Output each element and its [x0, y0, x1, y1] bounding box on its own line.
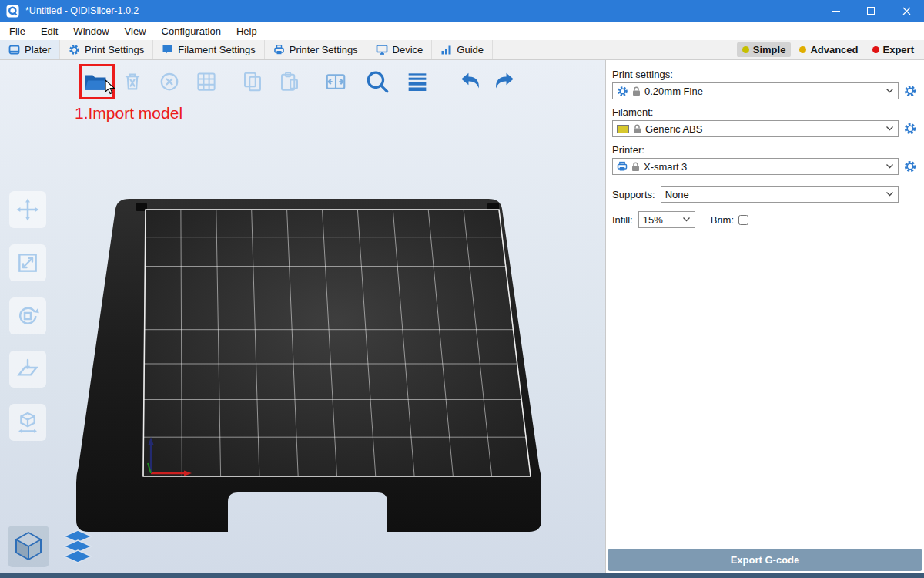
- tab-label: Printer Settings: [290, 44, 358, 55]
- tab-plater[interactable]: Plater: [0, 40, 60, 59]
- print-settings-combo[interactable]: 0.20mm Fine: [612, 82, 899, 99]
- print-settings-gear-button[interactable]: [902, 83, 918, 99]
- filament-gear-button[interactable]: [902, 121, 918, 136]
- lock-icon: [632, 86, 641, 96]
- infill-combo[interactable]: 15%: [638, 211, 695, 228]
- delete-all-icon: [158, 70, 181, 93]
- paste-button[interactable]: [274, 66, 305, 97]
- chevron-down-icon: [886, 89, 893, 93]
- title-bar: *Untitled - QIDISlicer-1.0.2: [0, 0, 924, 22]
- lock-icon: [631, 162, 640, 172]
- tab-guide[interactable]: Guide: [432, 40, 493, 59]
- delete-button[interactable]: [117, 66, 148, 97]
- undo-button[interactable]: [456, 66, 487, 97]
- tab-device[interactable]: Device: [367, 40, 433, 59]
- split-icon: [324, 70, 347, 93]
- copy-button[interactable]: [237, 66, 268, 97]
- split-button[interactable]: [320, 66, 351, 97]
- supports-value: None: [665, 189, 689, 200]
- device-icon: [376, 44, 388, 55]
- place-on-face-tool-button[interactable]: [9, 351, 46, 388]
- menu-bar: File Edit Window View Configuration Help: [0, 22, 924, 40]
- menu-window[interactable]: Window: [65, 22, 116, 40]
- 3d-view-cube-icon: [11, 529, 46, 564]
- view-switcher: [8, 526, 99, 567]
- measure-tool-button[interactable]: [9, 404, 46, 441]
- mode-label: Expert: [883, 44, 914, 55]
- lock-icon: [633, 124, 641, 134]
- tab-printer-settings[interactable]: Printer Settings: [265, 40, 367, 59]
- move-icon: [15, 197, 40, 222]
- arrange-button[interactable]: [191, 66, 222, 97]
- delete-all-button[interactable]: [154, 66, 185, 97]
- settings-panel: Print settings: 0.20mm Fine Filament: Ge…: [605, 60, 924, 573]
- search-icon: [364, 69, 390, 95]
- rotate-icon: [15, 304, 40, 328]
- print-settings-value: 0.20mm Fine: [644, 86, 703, 97]
- rotate-tool-button[interactable]: [9, 297, 46, 334]
- annotation-step-text: 1.Import model: [75, 104, 182, 123]
- move-tool-button[interactable]: [9, 191, 46, 228]
- export-gcode-button[interactable]: Export G-code: [608, 549, 922, 571]
- maximize-button[interactable]: [853, 0, 889, 22]
- mode-simple[interactable]: Simple: [737, 42, 792, 57]
- print-surface: [143, 210, 531, 476]
- menu-view[interactable]: View: [117, 22, 154, 40]
- redo-button[interactable]: [488, 66, 519, 97]
- scale-icon: [15, 250, 40, 275]
- brim-label: Brim:: [711, 214, 734, 226]
- chevron-down-icon: [886, 192, 893, 197]
- menu-edit[interactable]: Edit: [33, 22, 65, 40]
- printer-value: X-smart 3: [644, 161, 687, 173]
- filament-icon: [162, 44, 173, 55]
- maximize-icon: [867, 7, 875, 15]
- paste-icon: [278, 70, 301, 93]
- mode-switcher: Simple Advanced Expert: [737, 40, 924, 59]
- guide-icon: [440, 44, 452, 55]
- print-settings-label: Print settings:: [612, 69, 918, 80]
- filament-value: Generic ABS: [645, 123, 702, 135]
- filament-color-swatch: [617, 125, 629, 133]
- gear-icon: [903, 122, 917, 136]
- gear-icon: [903, 84, 917, 98]
- brim-checkbox[interactable]: [738, 215, 748, 225]
- tab-label: Device: [393, 44, 424, 55]
- search-button[interactable]: [362, 66, 393, 97]
- tab-label: Guide: [457, 44, 484, 55]
- measure-icon: [15, 410, 40, 435]
- chevron-down-icon: [886, 164, 893, 169]
- tab-filament-settings[interactable]: Filament Settings: [153, 40, 264, 59]
- mode-label: Simple: [753, 44, 786, 55]
- tab-label: Plater: [25, 44, 51, 55]
- printer-combo[interactable]: X-smart 3: [612, 158, 899, 175]
- supports-combo[interactable]: None: [661, 186, 899, 203]
- chevron-down-icon: [683, 217, 690, 222]
- minimize-icon: [832, 11, 840, 12]
- filament-combo[interactable]: Generic ABS: [612, 120, 899, 137]
- menu-configuration[interactable]: Configuration: [154, 22, 229, 40]
- layers-icon: [59, 529, 96, 564]
- preview-layers-view-button[interactable]: [57, 526, 99, 567]
- delete-icon: [121, 70, 144, 93]
- mode-advanced[interactable]: Advanced: [794, 42, 863, 57]
- viewport-3d[interactable]: 1.Import model: [0, 60, 605, 573]
- minimize-button[interactable]: [818, 0, 853, 22]
- printer-gear-button[interactable]: [902, 159, 918, 174]
- menu-file[interactable]: File: [2, 22, 33, 40]
- tab-label: Filament Settings: [178, 44, 255, 55]
- mouse-cursor-icon: [105, 79, 117, 96]
- gear-icon: [69, 44, 80, 55]
- scale-tool-button[interactable]: [9, 244, 46, 281]
- infill-value: 15%: [643, 214, 663, 226]
- tab-print-settings[interactable]: Print Settings: [60, 40, 153, 59]
- mode-expert[interactable]: Expert: [867, 42, 919, 57]
- 3d-editor-view-button[interactable]: [8, 526, 49, 567]
- tab-bar: Plater Print Settings Filament Settings …: [0, 40, 924, 60]
- mode-label: Advanced: [810, 44, 858, 55]
- variable-layer-height-button[interactable]: [402, 66, 433, 97]
- close-button[interactable]: [889, 0, 924, 22]
- advanced-mode-dot-icon: [799, 46, 806, 53]
- variable-layer-height-icon: [405, 69, 430, 94]
- menu-help[interactable]: Help: [229, 22, 265, 40]
- expert-mode-dot-icon: [872, 46, 879, 53]
